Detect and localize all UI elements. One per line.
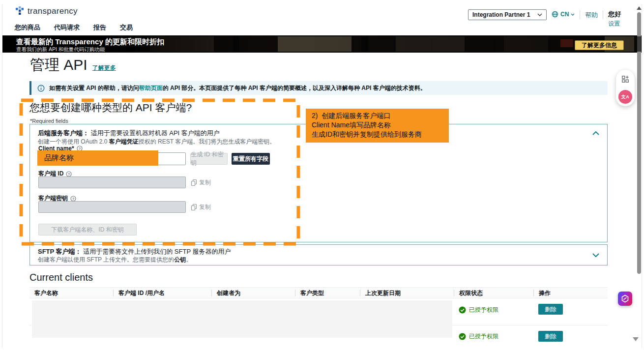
nav-transactions[interactable]: 交易 bbox=[120, 23, 133, 32]
partner-select[interactable]: Integration Partner 1 bbox=[468, 9, 547, 20]
check-circle-icon bbox=[459, 306, 466, 314]
globe-icon bbox=[552, 11, 558, 18]
chevron-up-icon[interactable] bbox=[592, 131, 599, 135]
nav-reports[interactable]: 报告 bbox=[93, 23, 106, 32]
status-label: 已授予权限 bbox=[469, 332, 498, 341]
copy-icon bbox=[191, 204, 197, 211]
status-badge: 已授予权限 bbox=[459, 332, 498, 341]
reset-all-fields-button[interactable]: 重置所有字段 bbox=[232, 153, 270, 165]
header-divider bbox=[603, 10, 603, 19]
hexagon-logo-icon bbox=[621, 294, 629, 303]
backend-panel-title-rest: 适用于需要设置机器对机器 API 客户端的用户 bbox=[91, 129, 220, 137]
info-text-after: 的 API 部分。本页面提供了每种 API 客户端的简要概述，以及深入详解每种 … bbox=[163, 85, 426, 91]
sftp-panel-title: SFTP 客户端： 适用于需要将文件上传到我们的 SFTP 服务器的用户 bbox=[38, 247, 231, 256]
sftp-desc-before: 创建客户端以使用 SFTP 上传文件。您需要提供您的 bbox=[38, 256, 174, 263]
svg-text:?: ? bbox=[68, 172, 70, 176]
current-clients-table: 客户名称 客户端 ID /用户名 创建者为 客户类型 上次更新日期 权限状态 操… bbox=[29, 287, 608, 352]
backend-desc-after: 授权的 REST 客户端。我们将为您生成客户端密钥。 bbox=[139, 138, 275, 145]
annotation-note-box: 2) 创建后端服务客户端口 Client Name填写品牌名称 生成ID和密钥并… bbox=[306, 109, 449, 143]
backend-desc-before: 创建一个将使用 OAuth 2.0 bbox=[38, 138, 109, 145]
sftp-desc-bold: 公钥 bbox=[174, 256, 186, 263]
status-label: 已授予权限 bbox=[469, 306, 498, 314]
partner-select-value: Integration Partner 1 bbox=[472, 11, 530, 18]
create-section-heading: 您想要创建哪种类型的 API 客户端? bbox=[29, 101, 192, 115]
redacted-table-data bbox=[32, 300, 452, 338]
client-secret-input bbox=[38, 201, 186, 213]
nav-your-products[interactable]: 您的商品 bbox=[15, 23, 40, 32]
nav-code-requests[interactable]: 代码请求 bbox=[54, 23, 80, 32]
info-text: 如需有关设置 API 的帮助，请访问帮助页面的 API 部分。本页面提供了每种 … bbox=[49, 84, 426, 92]
generate-id-secret-button[interactable]: 生成 ID 和密钥 bbox=[190, 153, 228, 165]
download-credentials-button[interactable]: 下载客户端名称、ID 和密钥 bbox=[38, 224, 137, 235]
translate-extension-button[interactable]: 文A bbox=[618, 90, 632, 104]
right-frame-line bbox=[642, 4, 642, 348]
header-divider bbox=[580, 10, 580, 19]
backend-panel-title-bold: 后端服务客户端： bbox=[38, 129, 89, 137]
col-client-id-username: 客户端 ID /用户名 bbox=[113, 290, 211, 296]
learn-more-link[interactable]: 了解更多 bbox=[92, 64, 116, 72]
current-clients-heading: Current clients bbox=[29, 272, 93, 283]
annotation-note-line: Client Name填写品牌名称 bbox=[312, 120, 443, 130]
col-permission-status: 权限状态 bbox=[454, 290, 533, 296]
header-right-controls: Integration Partner 1 CN 帮助 您好 设置 bbox=[468, 9, 621, 28]
banner-title: 查看最新的 Transparency 的更新和限时折扣 bbox=[16, 37, 164, 47]
delete-button[interactable]: 删除 bbox=[538, 304, 563, 315]
backend-desc-bold: 客户端凭证 bbox=[109, 138, 139, 145]
grid-plus-icon bbox=[621, 75, 629, 83]
promo-banner: 查看最新的 Transparency 的更新和限时折扣 查看我们的新 API 和… bbox=[2, 35, 642, 53]
copy-icon bbox=[191, 179, 197, 186]
chevron-down-icon[interactable] bbox=[592, 253, 599, 257]
check-circle-icon bbox=[459, 333, 466, 340]
col-last-updated: 上次更新日期 bbox=[360, 290, 454, 296]
sftp-panel-title-bold: SFTP 客户端： bbox=[38, 248, 82, 255]
client-id-input bbox=[38, 176, 186, 188]
copy-client-secret[interactable]: 复制 bbox=[191, 203, 211, 211]
transparency-api-page: transparency 您的商品 代码请求 报告 交易 Integration… bbox=[0, 0, 644, 352]
locale-label: CN bbox=[560, 11, 569, 18]
status-badge: 已授予权限 bbox=[459, 306, 498, 314]
banner-subtitle: 查看我们的新 API 和批量代码订购功能 bbox=[16, 46, 105, 53]
svg-text:?: ? bbox=[72, 196, 75, 201]
annotation-note-line: 2) 创建后端服务客户端口 bbox=[312, 111, 443, 120]
info-text-before: 如需有关设置 API 的帮助，请访问 bbox=[49, 85, 139, 91]
sftp-desc-after: 。 bbox=[186, 256, 192, 263]
chevron-down-icon bbox=[571, 13, 575, 16]
transparency-logo[interactable]: transparency bbox=[15, 6, 78, 16]
learn-more-button[interactable]: 了解更多信息 bbox=[575, 40, 624, 50]
logo-text: transparency bbox=[28, 6, 78, 16]
col-client-type: 客户类型 bbox=[295, 290, 360, 296]
col-client-name: 客户名称 bbox=[29, 290, 113, 296]
settings-link[interactable]: 设置 bbox=[608, 20, 621, 28]
delete-button[interactable]: 删除 bbox=[538, 331, 563, 342]
page-title: 管理 API bbox=[30, 55, 88, 75]
sftp-client-panel: SFTP 客户端： 适用于需要将文件上传到我们的 SFTP 服务器的用户 创建客… bbox=[29, 244, 608, 265]
table-header-row: 客户名称 客户端 ID /用户名 创建者为 客户类型 上次更新日期 权限状态 操… bbox=[29, 287, 608, 298]
account-menu: 您好 设置 bbox=[608, 10, 621, 28]
main-nav: 您的商品 代码请求 报告 交易 bbox=[15, 23, 133, 32]
scrollbar-up-arrow[interactable] bbox=[637, 6, 642, 10]
scroll-down-indicator[interactable] bbox=[633, 337, 639, 341]
page-title-row: 管理 API 了解更多 bbox=[30, 55, 116, 75]
sftp-panel-desc: 创建客户端以使用 SFTP 上传文件。您需要提供您的公钥。 bbox=[38, 256, 192, 264]
locale-selector[interactable]: CN bbox=[552, 11, 575, 18]
help-tooltip-icon[interactable]: ? bbox=[66, 171, 72, 177]
backend-panel-title: 后端服务客户端： 适用于需要设置机器对机器 API 客户端的用户 bbox=[38, 129, 220, 138]
required-fields-note: *Required fields bbox=[30, 118, 68, 124]
copy-label: 复制 bbox=[199, 178, 211, 187]
annotation-note-line: 生成ID和密钥并复制提供给到服务商 bbox=[312, 130, 443, 139]
info-icon bbox=[37, 85, 45, 92]
chevron-down-icon bbox=[537, 13, 542, 16]
screenshot-app-icon[interactable] bbox=[618, 292, 632, 306]
copy-client-id[interactable]: 复制 bbox=[191, 178, 211, 187]
sftp-panel-title-rest: 适用于需要将文件上传到我们的 SFTP 服务器的用户 bbox=[83, 248, 231, 255]
help-link[interactable]: 帮助 bbox=[585, 11, 598, 20]
col-actions: 操作 bbox=[533, 290, 608, 296]
help-page-link[interactable]: 帮助页面 bbox=[139, 85, 163, 91]
help-tooltip-icon[interactable]: ? bbox=[70, 196, 76, 202]
col-created-by: 创建者为 bbox=[211, 290, 295, 296]
transparency-logo-icon bbox=[15, 6, 25, 16]
greeting-label: 您好 bbox=[608, 10, 621, 19]
extensions-grid-button[interactable] bbox=[618, 72, 632, 86]
annotation-input-highlight: 品牌名称 bbox=[37, 150, 158, 166]
browser-extension-pill: 文A bbox=[616, 70, 635, 106]
